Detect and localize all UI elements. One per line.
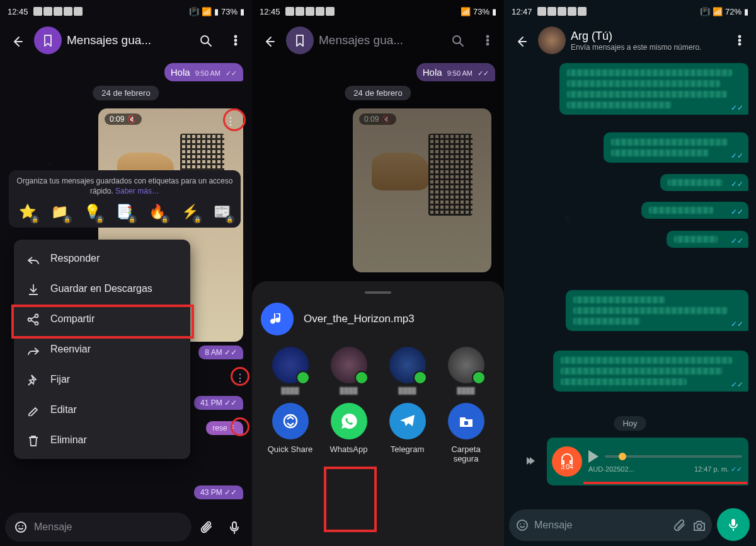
mute-icon: 🔇 xyxy=(382,115,391,124)
tag-bolt[interactable]: ⚡🔒 xyxy=(179,201,200,223)
tag-fire[interactable]: 🔥🔒 xyxy=(147,201,168,223)
message-snippet: rese ⋮ xyxy=(206,421,243,435)
more-button[interactable] xyxy=(727,28,752,53)
message-input[interactable]: Mensaje xyxy=(5,513,192,542)
message-time: 9:50 AM xyxy=(447,69,472,77)
tag-folder[interactable]: 📁🔒 xyxy=(49,201,71,223)
menu-edit[interactable]: Editar xyxy=(14,395,190,425)
panel-whatsapp-chat: 12:47 📳 📶 72% ▮ Arg (Tú) Envía mensajes … xyxy=(504,0,756,546)
svg-point-3 xyxy=(235,44,237,45)
video-duration-badge: 0:09 🔇 xyxy=(359,113,396,125)
message-options-button[interactable]: ⋮ xyxy=(233,371,247,385)
share-apps-row: Quick Share WhatsApp Telegram Carpeta se… xyxy=(261,403,495,463)
more-vert-icon xyxy=(481,33,495,47)
camera-icon[interactable] xyxy=(692,518,706,532)
message-bubble-hola[interactable]: Hola 9:50 AM ✓✓ xyxy=(164,63,243,81)
message-bubble[interactable]: ✓✓ xyxy=(559,63,748,115)
audio-headphones-badge: 3:04 xyxy=(552,446,582,477)
message-bubble[interactable]: ✓✓ xyxy=(660,174,748,191)
search-button[interactable] xyxy=(193,28,218,53)
status-bar: 12:45 📶 73% ▮ xyxy=(252,0,504,23)
android-share-sheet[interactable]: Over_the_Horizon.mp3 ████ ████ ████ ████… xyxy=(252,281,504,546)
menu-forward[interactable]: Reenviar xyxy=(14,334,190,364)
menu-pin[interactable]: Fijar xyxy=(14,364,190,395)
share-contact[interactable]: ████ xyxy=(265,347,316,394)
forward-icon xyxy=(26,343,39,356)
tag-news[interactable]: 📰🔒 xyxy=(212,201,233,223)
message-input[interactable]: Mensaje xyxy=(509,509,712,541)
bookmark-icon xyxy=(41,33,55,47)
share-app-whatsapp[interactable]: WhatsApp xyxy=(322,403,376,463)
seek-thumb[interactable] xyxy=(619,453,626,460)
message-text: Hola xyxy=(423,67,442,78)
more-button[interactable] xyxy=(223,28,248,53)
search-icon xyxy=(198,33,212,47)
read-ticks-icon: ✓✓ xyxy=(731,151,743,160)
share-app-quickshare[interactable]: Quick Share xyxy=(263,403,318,463)
menu-save-downloads[interactable]: Guardar en Descargas xyxy=(14,274,190,304)
lock-icon: 🔒 xyxy=(161,215,169,224)
read-ticks-icon: ✓✓ xyxy=(226,69,237,78)
share-contact[interactable]: ████ xyxy=(382,347,433,394)
menu-pin-label: Fijar xyxy=(50,374,70,385)
video-content xyxy=(428,134,472,216)
message-input-bar: Mensaje xyxy=(0,508,252,546)
status-time: 12:47 xyxy=(512,7,532,16)
message-bubble[interactable]: ✓✓ xyxy=(667,231,748,248)
attach-button[interactable] xyxy=(194,514,219,540)
message-time: 9:50 AM xyxy=(195,69,220,77)
message-bubble[interactable]: ✓✓ xyxy=(641,202,748,219)
menu-delete[interactable]: Eliminar xyxy=(14,425,190,455)
message-bubble[interactable]: ✓✓ xyxy=(566,290,748,331)
voice-record-button[interactable] xyxy=(717,508,750,541)
app-label: Telegram xyxy=(391,444,424,454)
notification-icons xyxy=(537,7,587,16)
audio-duration: 3:04 xyxy=(561,463,573,470)
contact-avatar[interactable] xyxy=(538,26,566,54)
emoji-icon[interactable] xyxy=(14,520,28,534)
play-button[interactable] xyxy=(588,450,598,463)
forward-button[interactable] xyxy=(524,453,538,470)
back-button[interactable] xyxy=(256,28,281,53)
share-app-telegram[interactable]: Telegram xyxy=(381,403,435,463)
menu-reply[interactable]: Responder xyxy=(14,243,190,274)
bookmark-icon xyxy=(293,33,307,47)
vibrate-icon: 📳 xyxy=(700,7,710,16)
video-options-button[interactable]: ⋮ xyxy=(222,112,239,130)
panel-share-sheet: 12:45 📶 73% ▮ Mensajes gua... Hola 9:50 … xyxy=(252,0,504,546)
lock-icon: 🔒 xyxy=(226,215,234,224)
emoji-icon[interactable] xyxy=(515,518,529,532)
contact-name[interactable]: Arg (Tú) xyxy=(571,30,722,43)
svg-point-9 xyxy=(453,36,461,44)
tag-tabs[interactable]: 📑🔒 xyxy=(114,201,135,223)
share-icon xyxy=(26,313,39,325)
battery-text: 73% xyxy=(221,7,238,16)
battery-icon: ▮ xyxy=(744,7,748,16)
tag-star[interactable]: ⭐🔒 xyxy=(16,201,38,223)
back-button[interactable] xyxy=(4,28,29,53)
share-contact[interactable]: ████ xyxy=(441,347,491,394)
audio-seek-bar[interactable] xyxy=(605,455,742,458)
wifi-icon: 📶 xyxy=(713,7,723,16)
drag-handle[interactable] xyxy=(365,291,391,294)
message-bubble[interactable]: ✓✓ xyxy=(553,351,748,392)
voice-button[interactable] xyxy=(222,514,247,540)
learn-more-link[interactable]: Saber más… xyxy=(115,187,159,195)
signal-icon: 📶 xyxy=(461,7,471,16)
audio-message[interactable]: 3:04 AUD-202502... 12:47 p. m. ✓✓ xyxy=(547,438,748,485)
app-header: Mensajes gua... xyxy=(252,23,504,58)
menu-share[interactable]: Compartir xyxy=(14,304,190,334)
message-bubble[interactable]: ✓✓ xyxy=(604,132,748,163)
menu-forward-label: Reenviar xyxy=(50,344,91,355)
share-contact[interactable]: ████ xyxy=(324,347,374,394)
paperclip-icon[interactable] xyxy=(673,518,687,532)
svg-point-11 xyxy=(487,40,489,42)
tag-bulb[interactable]: 💡🔒 xyxy=(81,201,103,223)
back-button[interactable] xyxy=(508,28,533,53)
share-file-row: Over_the_Horizon.mp3 xyxy=(261,303,495,335)
svg-point-7 xyxy=(16,522,26,532)
header-title[interactable]: Mensajes gua... xyxy=(67,33,188,47)
share-app-securefolder[interactable]: Carpeta segura xyxy=(439,403,493,463)
saved-messages-avatar[interactable] xyxy=(34,26,62,54)
paperclip-icon xyxy=(200,520,214,534)
